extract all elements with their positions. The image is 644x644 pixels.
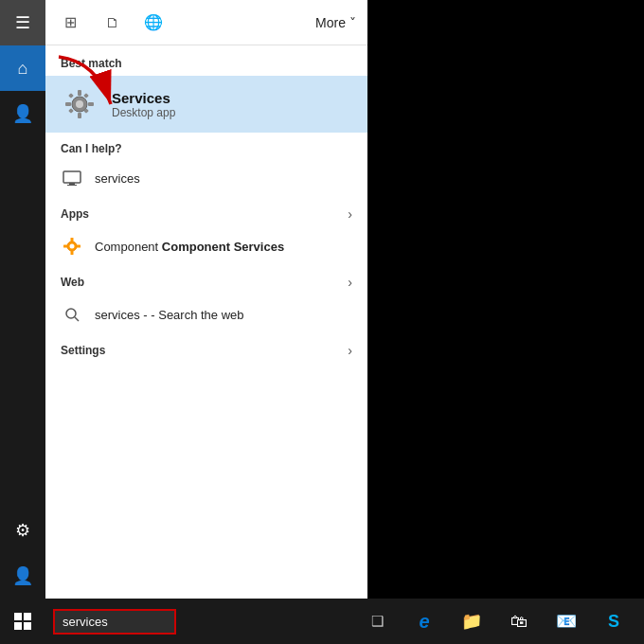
web-search-services-item[interactable]: services - - Search the web bbox=[45, 295, 367, 333]
best-match-title: Services bbox=[112, 90, 352, 106]
svg-rect-2 bbox=[78, 90, 81, 96]
home-icon: ⌂ bbox=[18, 59, 28, 79]
windows-icon bbox=[14, 613, 31, 630]
store-icon: 🛍 bbox=[510, 612, 528, 632]
svg-rect-15 bbox=[71, 238, 74, 242]
person2-icon: 👤 bbox=[12, 565, 33, 586]
web-section-header[interactable]: Web › bbox=[45, 265, 367, 295]
svg-point-19 bbox=[66, 309, 76, 318]
best-match-header: Best match bbox=[45, 45, 367, 76]
taskbar-icons: ❑ e 📁 🛍 📧 S bbox=[354, 599, 644, 644]
search-content: Best match Servic bbox=[45, 45, 367, 599]
task-view-icon: ❑ bbox=[371, 613, 384, 630]
settings-section-header[interactable]: Settings › bbox=[45, 333, 367, 364]
apps-label: Apps bbox=[61, 207, 89, 221]
grid-icon: ⊞ bbox=[64, 13, 77, 31]
hamburger-icon: ☰ bbox=[15, 12, 30, 33]
toolbar-grid-icon[interactable]: ⊞ bbox=[57, 9, 83, 36]
outlook-button[interactable]: 📧 bbox=[544, 599, 589, 644]
component-services-bold: Component Services bbox=[162, 240, 284, 254]
taskbar-search-input[interactable] bbox=[53, 609, 176, 635]
apps-section-header[interactable]: Apps › bbox=[45, 197, 367, 227]
person-icon: 👤 bbox=[12, 103, 33, 124]
services-gear-svg bbox=[62, 86, 98, 122]
outlook-icon: 📧 bbox=[556, 611, 577, 632]
svg-rect-9 bbox=[83, 93, 89, 98]
best-match-text: Services Desktop app bbox=[112, 90, 352, 119]
sidebar-person2[interactable]: 👤 bbox=[0, 553, 45, 599]
start-button[interactable] bbox=[0, 599, 45, 644]
best-match-item-services[interactable]: Services Desktop app bbox=[45, 76, 367, 133]
web-search-label: services - - Search the web bbox=[95, 308, 244, 322]
web-chevron-icon: › bbox=[348, 275, 352, 290]
skype-button[interactable]: S bbox=[591, 599, 636, 644]
web-services-text: services bbox=[95, 308, 140, 322]
svg-rect-4 bbox=[65, 102, 71, 106]
svg-line-20 bbox=[75, 317, 79, 321]
sidebar-gear[interactable]: ⚙ bbox=[0, 508, 45, 553]
svg-point-14 bbox=[70, 244, 75, 249]
toolbar-doc-icon[interactable]: 🗋 bbox=[98, 9, 125, 36]
settings-chevron-icon: › bbox=[348, 343, 352, 358]
skype-icon: S bbox=[608, 612, 619, 632]
edge-icon: e bbox=[419, 611, 429, 633]
services-app-icon bbox=[61, 85, 98, 123]
best-match-subtitle: Desktop app bbox=[112, 106, 352, 119]
sidebar-hamburger[interactable]: ☰ bbox=[0, 0, 45, 45]
svg-rect-5 bbox=[88, 102, 94, 106]
store-button[interactable]: 🛍 bbox=[496, 599, 542, 644]
svg-rect-18 bbox=[77, 245, 80, 248]
sidebar-person[interactable]: 👤 bbox=[0, 91, 45, 136]
task-view-button[interactable]: ❑ bbox=[354, 599, 400, 644]
monitor-icon bbox=[61, 167, 83, 189]
taskbar-search-area bbox=[45, 609, 184, 635]
sidebar-home[interactable]: ⌂ bbox=[0, 45, 45, 91]
web-label: Web bbox=[61, 276, 84, 289]
explorer-icon: 📁 bbox=[461, 611, 482, 632]
search-toolbar: ⊞ 🗋 🌐 More ˅ bbox=[45, 0, 367, 45]
component-services-icon bbox=[61, 235, 83, 258]
component-services-label: Component Component Services bbox=[95, 240, 284, 254]
edge-button[interactable]: e bbox=[402, 599, 447, 644]
svg-rect-6 bbox=[68, 93, 74, 98]
svg-rect-3 bbox=[78, 113, 81, 118]
svg-rect-17 bbox=[63, 245, 67, 248]
web-search-the-web: - Search the web bbox=[151, 308, 243, 322]
start-sidebar: ☰ ⌂ 👤 ⚙ 👤 bbox=[0, 0, 45, 599]
svg-point-1 bbox=[76, 100, 83, 108]
can-help-services-label: services bbox=[95, 171, 140, 186]
toolbar-web-icon[interactable]: 🌐 bbox=[140, 9, 167, 36]
search-web-icon bbox=[61, 303, 83, 326]
svg-rect-12 bbox=[67, 185, 77, 186]
search-panel: ⊞ 🗋 🌐 More ˅ Best match bbox=[45, 0, 367, 599]
chevron-down-icon: ˅ bbox=[349, 15, 356, 30]
can-help-services-item[interactable]: services bbox=[45, 159, 367, 197]
can-help-header: Can I help? bbox=[45, 133, 367, 159]
svg-rect-16 bbox=[71, 251, 74, 255]
apps-chevron-icon: › bbox=[348, 206, 352, 222]
doc-icon: 🗋 bbox=[105, 14, 119, 30]
web-icon: 🌐 bbox=[144, 13, 163, 31]
more-label: More bbox=[315, 15, 346, 30]
component-services-item[interactable]: Component Component Services bbox=[45, 227, 367, 265]
taskbar: ❑ e 📁 🛍 📧 S bbox=[0, 599, 644, 644]
settings-label: Settings bbox=[61, 344, 105, 357]
gear-icon: ⚙ bbox=[15, 520, 30, 541]
svg-rect-11 bbox=[69, 183, 75, 185]
svg-rect-10 bbox=[63, 171, 80, 183]
svg-rect-8 bbox=[68, 108, 74, 114]
more-button[interactable]: More ˅ bbox=[315, 15, 356, 30]
explorer-button[interactable]: 📁 bbox=[449, 599, 494, 644]
